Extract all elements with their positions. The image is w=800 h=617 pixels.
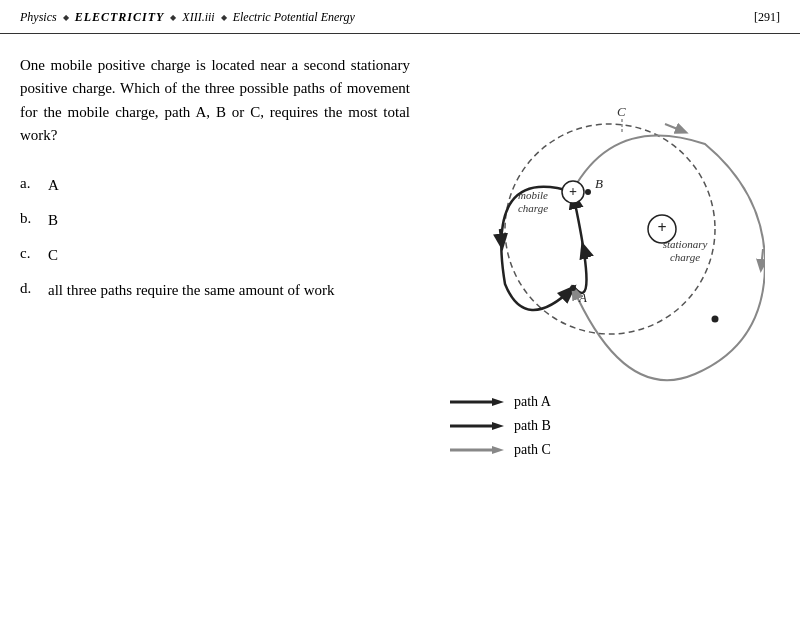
header-section: XIII.iii: [182, 10, 214, 25]
svg-text:C: C: [617, 104, 626, 119]
diagram-legend: path A path B path C: [450, 394, 551, 458]
answer-b: b. B: [20, 210, 410, 231]
answer-c: c. C: [20, 245, 410, 266]
answer-c-label: c.: [20, 245, 40, 262]
svg-marker-17: [492, 398, 504, 406]
page-header: Physics ◆ Electricity ◆ XIII.iii ◆ Elect…: [0, 0, 800, 34]
header-unit: Electricity: [75, 10, 165, 25]
svg-point-0: [505, 124, 715, 334]
svg-text:stationary: stationary: [663, 238, 708, 250]
header-bullet-2: ◆: [170, 13, 176, 22]
svg-marker-21: [492, 446, 504, 454]
page: Physics ◆ Electricity ◆ XIII.iii ◆ Elect…: [0, 0, 800, 617]
answer-a: a. A: [20, 175, 410, 196]
header-bullet-1: ◆: [63, 13, 69, 22]
answer-b-label: b.: [20, 210, 40, 227]
svg-text:+: +: [657, 219, 666, 236]
question-text: One mobile positive charge is located ne…: [20, 54, 410, 147]
content-area: One mobile positive charge is located ne…: [0, 34, 800, 611]
answer-d-label: d.: [20, 280, 40, 297]
svg-text:+: +: [569, 184, 577, 199]
svg-point-5: [585, 189, 591, 195]
header-subject: Physics: [20, 10, 57, 25]
diagram: +: [425, 64, 765, 384]
header-topic: Electric Potential Energy: [233, 10, 355, 25]
answer-a-text: A: [48, 175, 59, 196]
svg-marker-19: [492, 422, 504, 430]
svg-text:charge: charge: [518, 202, 548, 214]
legend-path-a-label: path A: [514, 394, 551, 410]
legend-path-c: path C: [450, 442, 551, 458]
legend-path-b: path B: [450, 418, 551, 434]
legend-path-c-label: path C: [514, 442, 551, 458]
legend-path-a: path A: [450, 394, 551, 410]
header-page-number: [291]: [754, 10, 780, 25]
answer-c-text: C: [48, 245, 58, 266]
header-bullet-3: ◆: [221, 13, 227, 22]
right-panel: +: [410, 54, 780, 601]
svg-text:B: B: [595, 176, 603, 191]
answer-a-label: a.: [20, 175, 40, 192]
answer-b-text: B: [48, 210, 58, 231]
svg-point-15: [712, 316, 719, 323]
legend-path-b-label: path B: [514, 418, 551, 434]
left-panel: One mobile positive charge is located ne…: [20, 54, 410, 601]
svg-point-8: [570, 285, 576, 291]
answer-choices: a. A b. B c. C d. all three paths requir…: [20, 175, 410, 301]
answer-d-text: all three paths require the same amount …: [48, 280, 335, 301]
answer-d: d. all three paths require the same amou…: [20, 280, 410, 301]
svg-text:A: A: [578, 290, 587, 305]
svg-text:charge: charge: [670, 251, 700, 263]
svg-text:mobile: mobile: [518, 189, 548, 201]
